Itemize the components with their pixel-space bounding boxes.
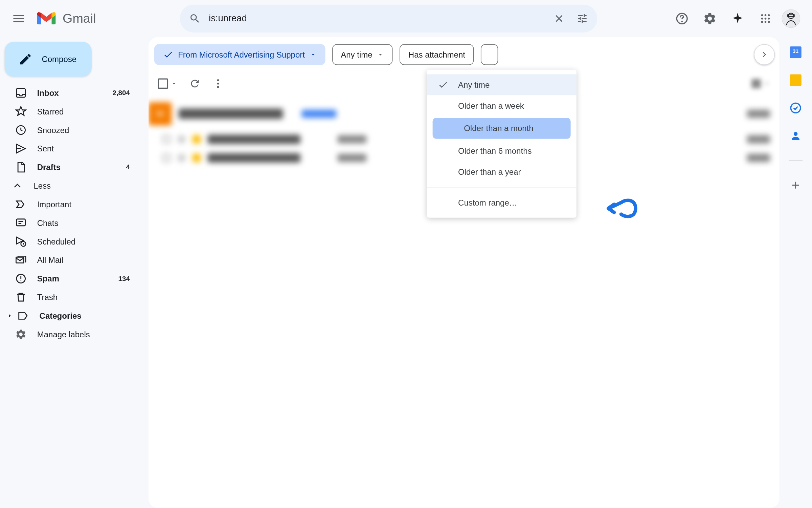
check-icon	[163, 49, 174, 60]
more-button[interactable]	[212, 78, 224, 89]
svg-point-7	[768, 18, 770, 20]
sidebar-item-categories[interactable]: Categories	[0, 306, 141, 325]
dropdown-item-week[interactable]: Older than a week	[427, 95, 577, 116]
check-icon	[436, 80, 450, 90]
pointer-annotation	[604, 194, 638, 223]
dropdown-item-custom[interactable]: Custom range…	[427, 192, 577, 213]
sidebar-item-snoozed[interactable]: Snoozed	[0, 121, 141, 140]
gmail-logo[interactable]: Gmail	[37, 11, 175, 26]
svg-point-8	[761, 21, 763, 23]
settings-button[interactable]	[698, 7, 722, 30]
caret-down-icon	[377, 51, 384, 58]
sidebar-item-trash[interactable]: Trash	[0, 288, 141, 306]
svg-point-9	[765, 21, 767, 23]
search-button[interactable]	[183, 7, 207, 30]
sidebar: Compose Inbox 2,804 Starred Snoozed Sent	[0, 37, 149, 508]
compose-button[interactable]: Compose	[5, 42, 92, 77]
apps-grid-icon	[760, 13, 771, 24]
dropdown-item-anytime[interactable]: Any time	[427, 74, 577, 95]
clock-icon	[15, 124, 27, 136]
pencil-icon	[19, 52, 32, 66]
important-icon	[15, 198, 27, 210]
spam-icon	[15, 273, 27, 284]
gmail-m-icon	[37, 12, 56, 25]
side-panel	[780, 37, 812, 191]
sidebar-item-inbox[interactable]: Inbox 2,804	[0, 84, 141, 102]
sidebar-item-spam[interactable]: Spam 134	[0, 269, 141, 288]
toolbar-right	[751, 79, 770, 88]
dropdown-item-month[interactable]: Older than a month	[433, 118, 571, 139]
search-options-button[interactable]	[571, 7, 594, 30]
dropdown-separator	[427, 187, 577, 188]
search-bar	[180, 5, 597, 33]
allmail-icon	[15, 254, 27, 266]
chip-anytime[interactable]: Any time	[332, 44, 393, 65]
svg-rect-16	[17, 219, 25, 226]
select-all[interactable]	[158, 78, 177, 89]
sidebar-item-chats[interactable]: Chats	[0, 214, 141, 232]
time-filter-dropdown: Any time Older than a week Older than a …	[427, 70, 577, 218]
sender-avatar: M	[149, 102, 172, 126]
label-icon	[17, 310, 29, 321]
dropdown-item-year[interactable]: Older than a year	[427, 161, 577, 182]
keep-app-icon[interactable]	[790, 74, 801, 86]
sidebar-item-scheduled[interactable]: Scheduled	[0, 232, 141, 251]
chip-attachment[interactable]: Has attachment	[400, 44, 474, 65]
account-avatar[interactable]	[782, 9, 800, 28]
svg-point-4	[768, 14, 770, 16]
search-icon	[189, 13, 201, 24]
svg-point-20	[217, 79, 219, 81]
sidebar-item-starred[interactable]: Starred	[0, 102, 141, 121]
dropdown-item-6months[interactable]: Older than 6 months	[427, 141, 577, 162]
svg-point-21	[217, 83, 219, 85]
svg-point-1	[682, 21, 682, 22]
caret-right-icon	[7, 313, 14, 319]
svg-point-5	[761, 18, 763, 20]
trash-icon	[15, 291, 27, 303]
help-icon	[675, 12, 689, 25]
sparkle-icon	[731, 12, 745, 25]
svg-point-10	[768, 21, 770, 23]
search-input[interactable]	[206, 13, 547, 24]
gear-icon	[703, 12, 717, 25]
support-button[interactable]	[670, 7, 694, 30]
chip-scroll-right[interactable]	[754, 44, 775, 65]
tasks-app-icon[interactable]	[790, 102, 801, 114]
svg-point-2	[761, 14, 763, 16]
refresh-button[interactable]	[189, 78, 201, 89]
sidebar-item-manage-labels[interactable]: Manage labels	[0, 325, 141, 344]
chat-icon	[15, 217, 27, 229]
filter-chips-row: From Microsoft Advertising Support Any t…	[149, 37, 780, 70]
sidebar-item-important[interactable]: Important	[0, 195, 141, 214]
rail-separator	[789, 160, 803, 161]
svg-point-3	[765, 14, 767, 16]
contacts-app-icon[interactable]	[790, 130, 801, 142]
compose-label: Compose	[42, 55, 76, 64]
inbox-icon	[15, 87, 27, 99]
caret-down-icon	[310, 51, 317, 58]
sidebar-item-sent[interactable]: Sent	[0, 139, 141, 158]
star-icon	[15, 106, 27, 117]
svg-point-6	[765, 18, 767, 20]
caret-down-icon	[171, 80, 178, 87]
main-menu-button[interactable]	[5, 5, 32, 33]
file-icon	[15, 161, 27, 173]
gear-small-icon	[15, 329, 27, 340]
hamburger-icon	[12, 12, 25, 25]
apps-button[interactable]	[754, 7, 777, 30]
svg-point-22	[217, 86, 219, 88]
sidebar-item-less[interactable]: Less	[0, 176, 141, 195]
sidebar-item-drafts[interactable]: Drafts 4	[0, 158, 141, 176]
calendar-app-icon[interactable]	[790, 46, 801, 58]
chip-overflow[interactable]	[481, 44, 498, 65]
svg-point-24	[794, 132, 797, 136]
gemini-button[interactable]	[726, 7, 749, 30]
checkbox-icon	[158, 78, 168, 89]
chip-from[interactable]: From Microsoft Advertising Support	[154, 44, 325, 65]
sidebar-item-allmail[interactable]: All Mail	[0, 251, 141, 269]
add-app-button[interactable]	[790, 179, 801, 191]
search-clear-button[interactable]	[547, 7, 571, 30]
tune-icon	[577, 13, 588, 24]
chevron-up-icon	[12, 180, 23, 191]
schedule-icon	[15, 236, 27, 247]
